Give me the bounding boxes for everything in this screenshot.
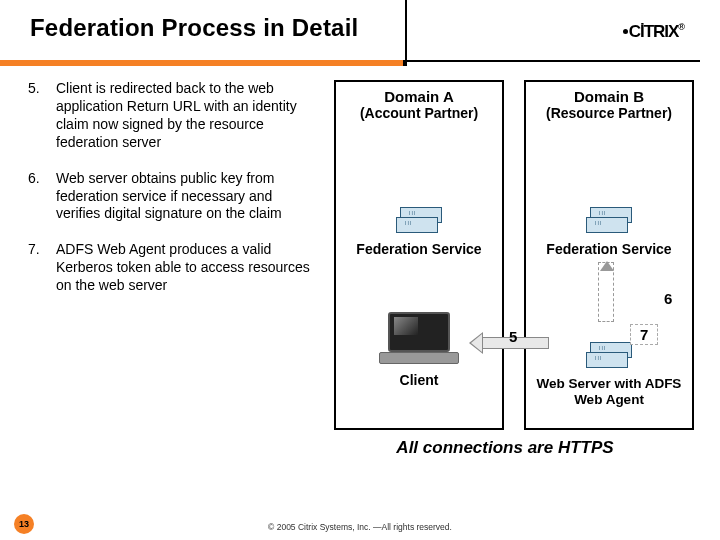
server-icon: III III (396, 207, 442, 237)
divider-orange (0, 60, 405, 66)
domain-a-subtitle: (Account Partner) (336, 105, 502, 129)
domain-a-box: Domain A (Account Partner) III III Feder… (334, 80, 504, 430)
page-title: Federation Process in Detail (30, 14, 696, 42)
domain-b-box: Domain B (Resource Partner) III III Fede… (524, 80, 694, 430)
copyright-footer: © 2005 Citrix Systems, Inc. —All rights … (0, 522, 720, 532)
federation-label: Federation Service (526, 241, 692, 257)
content: 5. Client is redirected back to the web … (0, 80, 720, 490)
laptop-icon (379, 312, 459, 366)
domain-b-title: Domain B (526, 82, 692, 105)
https-footnote: All connections are HTTPS (300, 438, 710, 458)
client-label: Client (336, 372, 502, 388)
step-7: 7. ADFS Web Agent produces a valid Kerbe… (28, 241, 314, 295)
step-text: Web server obtains public key from feder… (56, 170, 314, 224)
arrow-6 (598, 262, 614, 322)
step-text: Client is redirected back to the web app… (56, 80, 314, 152)
citrix-logo: CİTRIX® (623, 22, 684, 42)
arrow-6-label: 6 (664, 290, 672, 307)
arrow-5-label: 5 (509, 328, 517, 345)
federation-label: Federation Service (336, 241, 502, 257)
diagram: Domain A (Account Partner) III III Feder… (314, 80, 700, 490)
slide: Federation Process in Detail CİTRIX® 5. … (0, 0, 720, 540)
server-icon: III III (586, 207, 632, 237)
step-number: 6. (28, 170, 56, 224)
arrow-7-label: 7 (630, 324, 658, 345)
domain-a-title: Domain A (336, 82, 502, 105)
web-server-label: Web Server with ADFS Web Agent (526, 376, 692, 408)
web-server-node: III III Web Server with ADFS Web Agent (526, 342, 692, 408)
domain-b-subtitle: (Resource Partner) (526, 105, 692, 129)
divider-black (405, 60, 700, 62)
federation-service-a: III III Federation Service (336, 207, 502, 257)
server-icon: III III (586, 342, 632, 372)
step-number: 5. (28, 80, 56, 152)
step-text: ADFS Web Agent produces a valid Kerberos… (56, 241, 314, 295)
step-number: 7. (28, 241, 56, 295)
step-6: 6. Web server obtains public key from fe… (28, 170, 314, 224)
steps-list: 5. Client is redirected back to the web … (28, 80, 314, 490)
federation-service-b: III III Federation Service (526, 207, 692, 257)
step-5: 5. Client is redirected back to the web … (28, 80, 314, 152)
divider-vert (405, 0, 407, 66)
